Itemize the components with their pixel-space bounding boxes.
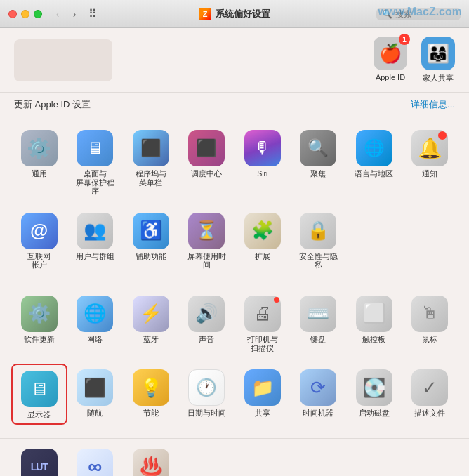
search-input[interactable] <box>395 9 458 19</box>
maximize-button[interactable] <box>34 10 42 18</box>
icon-item-security[interactable]: 🔒 安全性与隐私 <box>291 207 347 274</box>
icons-grid-row3: ⚙️ 软件更新 🌐 网络 ⚡ 蓝牙 🔊 <box>11 290 458 357</box>
icons-grid-row2: @ 互联网 帐户 👥 用户与群组 ♿ 辅助功能 ⏳ <box>11 207 458 274</box>
search-icon: 🔍 <box>382 9 392 19</box>
language-label: 语言与地区 <box>355 169 393 178</box>
icon-item-lut[interactable]: LUT LUT Utility <box>11 443 67 476</box>
accessibility-icon: ♿ <box>133 213 169 249</box>
separator-1 <box>11 284 458 284</box>
internet-label: 互联网 帐户 <box>27 252 51 270</box>
trackpad-label: 触控板 <box>362 335 385 344</box>
family-label: 家人共享 <box>423 73 454 84</box>
nav-arrows: ‹ › <box>51 7 81 21</box>
icon-item-mouse[interactable]: 🖱 鼠标 <box>402 290 458 357</box>
siri-icon: 🎙 <box>244 130 281 166</box>
icon-item-users[interactable]: 👥 用户与群组 <box>67 207 124 274</box>
icon-item-language[interactable]: 🌐 语言与地区 <box>346 124 402 200</box>
network-icon: 🌐 <box>77 296 113 332</box>
sharing-icon: 📁 <box>244 369 281 406</box>
back-button[interactable]: ‹ <box>51 7 65 21</box>
trackpad-icon: ⬜ <box>356 296 392 332</box>
icon-item-endurance[interactable]: ∞ Endurance <box>67 443 124 476</box>
forward-button[interactable]: › <box>67 7 81 21</box>
icon-item-accessibility[interactable]: ♿ 辅助功能 <box>123 207 179 274</box>
app-icon: Z <box>199 8 211 20</box>
icon-item-trackpad[interactable]: ⬜ 触控板 <box>346 290 402 357</box>
startup-label: 启动磁盘 <box>359 409 390 418</box>
icon-item-bluetooth[interactable]: ⚡ 蓝牙 <box>123 290 179 357</box>
endurance-icon: ∞ <box>77 449 113 476</box>
profiles-label: 描述文件 <box>414 409 445 418</box>
icon-item-internet[interactable]: @ 互联网 帐户 <box>11 207 67 274</box>
apple-id-icon-wrapper[interactable]: 🍎 1 Apple ID <box>374 37 407 81</box>
apple-id-icons: 🍎 1 Apple ID 👨‍👩‍👧 家人共享 <box>374 37 455 84</box>
icon-item-network[interactable]: 🌐 网络 <box>67 290 124 357</box>
icon-item-display[interactable]: 🖥 显示器 <box>11 364 67 425</box>
lut-icon: LUT <box>21 449 58 476</box>
icon-item-spotlight[interactable]: ⬛ 调度中心 <box>179 124 235 200</box>
icon-item-focus[interactable]: 🔍 聚焦 <box>291 124 347 200</box>
grid-icon[interactable]: ⠿ <box>88 7 97 20</box>
sound-icon: 🔊 <box>188 296 225 332</box>
bluetooth-label: 蓝牙 <box>143 335 159 344</box>
keyboard-icon: ⌨️ <box>300 296 336 332</box>
security-label: 安全性与隐私 <box>296 252 340 270</box>
close-button[interactable] <box>8 10 17 18</box>
icon-item-startup[interactable]: 💽 启动磁盘 <box>346 364 402 425</box>
icon-item-dock[interactable]: ⬛ 程序坞与 菜单栏 <box>123 124 179 200</box>
icon-item-keyboard[interactable]: ⌨️ 键盘 <box>291 290 347 357</box>
update-link[interactable]: 详细信息... <box>411 98 455 111</box>
dock-label: 程序坞与 菜单栏 <box>136 169 166 187</box>
icon-item-energy[interactable]: 💡 节能 <box>123 364 179 425</box>
keyboard-label: 键盘 <box>310 335 326 344</box>
titlebar-title: Z 系统偏好设置 <box>199 8 270 20</box>
users-icon: 👥 <box>77 213 113 249</box>
icon-item-general[interactable]: ⚙️ 通用 <box>11 124 67 200</box>
icon-item-datetime[interactable]: 🕐 日期与时间 <box>179 364 235 425</box>
sharing-label: 共享 <box>255 409 270 418</box>
display-icon: 🖥 <box>21 371 58 407</box>
icon-item-profiles[interactable]: ✓ 描述文件 <box>402 364 458 425</box>
icon-item-printer[interactable]: 🖨 打印机与 扫描仪 <box>234 290 291 357</box>
accessibility-label: 辅助功能 <box>136 252 166 261</box>
profiles-icon: ✓ <box>411 369 448 406</box>
icon-item-extensions[interactable]: 🧩 扩展 <box>234 207 291 274</box>
sidecar-label: 随航 <box>87 409 103 418</box>
update-banner: 更新 Apple ID 设置 详细信息... <box>0 93 469 117</box>
display-label: 显示器 <box>27 410 51 419</box>
search-box[interactable]: 🔍 <box>376 8 461 20</box>
printer-icon: 🖨 <box>244 296 281 332</box>
family-sharing-wrapper[interactable]: 👨‍👩‍👧 家人共享 <box>421 37 455 84</box>
traffic-lights <box>8 10 42 18</box>
icons-grid-row4: 🖥 显示器 ⬛ 随航 💡 节能 🕐 <box>11 364 458 425</box>
icon-item-sidecar[interactable]: ⬛ 随航 <box>67 364 124 425</box>
notification-icon: 🔔 <box>411 130 448 166</box>
printer-label: 打印机与 扫描仪 <box>247 335 278 352</box>
minimize-button[interactable] <box>21 10 29 18</box>
icon-item-screentime[interactable]: ⏳ 屏幕使用时间 <box>179 207 235 274</box>
icon-item-desktop[interactable]: 🖥 桌面与 屏幕保护程序 <box>67 124 124 200</box>
icon-item-sound[interactable]: 🔊 声音 <box>179 290 235 357</box>
icon-item-software[interactable]: ⚙️ 软件更新 <box>11 290 67 357</box>
icon-item-java[interactable]: ♨️ Java <box>123 443 179 476</box>
icon-item-siri[interactable]: 🎙 Siri <box>234 124 291 200</box>
apple-id-label: Apple ID <box>376 73 405 81</box>
datetime-label: 日期与时间 <box>187 409 226 418</box>
apple-id-badge: 1 <box>399 34 410 45</box>
general-icon: ⚙️ <box>21 130 58 166</box>
java-icon: ♨️ <box>133 449 169 476</box>
spotlight-icon: ⬛ <box>188 130 225 166</box>
software-icon: ⚙️ <box>21 296 58 332</box>
apple-id-section: 🍎 1 Apple ID 👨‍👩‍👧 家人共享 <box>0 28 469 93</box>
extensions-label: 扩展 <box>255 252 270 261</box>
icons-section-row4: 🖥 显示器 ⬛ 随航 💡 节能 🕐 <box>0 364 469 432</box>
window-title: 系统偏好设置 <box>216 8 270 20</box>
icons-section-row2: @ 互联网 帐户 👥 用户与群组 ♿ 辅助功能 ⏳ <box>0 207 469 281</box>
software-label: 软件更新 <box>24 335 55 344</box>
icon-item-timemachine[interactable]: ⟳ 时间机器 <box>291 364 347 425</box>
energy-label: 节能 <box>143 409 159 418</box>
icon-item-sharing[interactable]: 📁 共享 <box>234 364 291 425</box>
sound-label: 声音 <box>199 335 214 344</box>
icon-item-notification[interactable]: 🔔 通知 <box>402 124 458 200</box>
spotlight-label: 调度中心 <box>191 169 222 178</box>
